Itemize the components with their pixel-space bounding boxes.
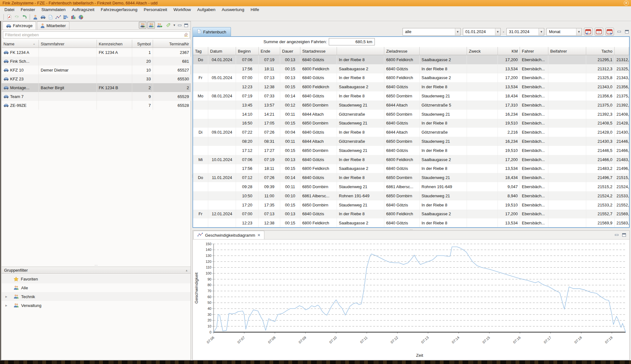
gruppenfilter-item-favoriten[interactable]: Favoriten: [2, 274, 191, 283]
column-header-tacho[interactable]: Tacho: [586, 47, 615, 55]
date-from-field-input[interactable]: [463, 29, 495, 34]
filter-input[interactable]: [3, 32, 184, 37]
table-row[interactable]: KFZ 10Demer Dietmar1065527: [2, 66, 191, 74]
chevron-down-icon[interactable]: ▼: [455, 28, 460, 35]
trip-row[interactable]: 09:2809:3900:116850 DornbirnStaudenweg 2…: [193, 182, 629, 191]
scope-select[interactable]: alle▼: [403, 28, 461, 36]
column-header-Name[interactable]: Name▲: [2, 40, 39, 48]
trip-row[interactable]: 17:5618:1100:156800 FeldkirchSaalbaugass…: [193, 164, 629, 173]
menu-item-fahrzeugerfassung[interactable]: Fahrzeugerfassung: [97, 6, 140, 13]
menu-item-aufgaben[interactable]: Aufgaben: [194, 6, 219, 13]
trip-row[interactable]: 17:2017:3500:156850 DornbirnStaudenweg 2…: [193, 200, 629, 210]
column-header-start-ort[interactable]: Startadresse: [300, 47, 337, 55]
pie-chart-button[interactable]: [77, 14, 85, 20]
trip-row[interactable]: Do11.01.202407:1207:2600:146840 GötzisIn…: [193, 173, 629, 182]
column-header-dauer[interactable]: Dauer: [280, 47, 300, 55]
gruppenfilter-item-technik[interactable]: ▶Technik: [2, 292, 191, 301]
table-row[interactable]: Fink Sch...20681: [2, 57, 191, 66]
calendar-left-button[interactable]: [584, 28, 593, 36]
vehicles-button[interactable]: [39, 14, 47, 20]
speed-diagram-button[interactable]: [54, 14, 62, 20]
expand-icon[interactable]: ▶: [5, 295, 7, 298]
trip-row[interactable]: 14:1014:2100:116844 AltachGötznerstraße6…: [193, 110, 629, 119]
column-header-tag[interactable]: Tag: [193, 47, 208, 55]
maximize-icon[interactable]: [624, 29, 630, 34]
calendar-right-button[interactable]: [605, 28, 614, 36]
calendar-button[interactable]: [595, 28, 603, 36]
chevron-down-icon[interactable]: ▼: [495, 28, 500, 35]
trip-row[interactable]: 10:5011:0000:106861 Albersc...Rohnen 191…: [193, 191, 629, 200]
column-header-start-strasse[interactable]: [337, 47, 384, 55]
gantt-chart-button[interactable]: [62, 14, 69, 20]
gruppenfilter-item-verwaltung[interactable]: ▶Verwaltung: [2, 301, 191, 310]
eraser-icon[interactable]: [184, 32, 188, 38]
minimize-icon[interactable]: [614, 232, 619, 237]
gruppenfilter-item-alle[interactable]: Alle: [2, 283, 191, 292]
table-row[interactable]: FK 1234 AFK 1234 A12367: [2, 48, 191, 57]
column-header-km[interactable]: KM: [498, 47, 520, 55]
column-header-beifahrer[interactable]: Beifahrer: [548, 47, 586, 55]
table-row[interactable]: Team 7965529: [2, 92, 191, 101]
close-icon[interactable]: ✕: [624, 1, 629, 6]
tab-fahrzeuge[interactable]: Fahrzeuge: [3, 21, 36, 30]
column-header-zweck[interactable]: Zweck: [467, 47, 498, 55]
trip-row[interactable]: 08:2008:3100:116844 AltachGötznerstraße6…: [193, 137, 629, 146]
trip-row[interactable]: Fr12.01.202407:0007:1300:136840 GötzisIn…: [193, 210, 629, 219]
pdf-export-button[interactable]: [5, 14, 13, 20]
tab-mitarbeiter[interactable]: Mitarbeiter: [37, 21, 69, 30]
trip-row[interactable]: 12:2312:3800:156800 FeldkirchSaalbaugass…: [193, 218, 629, 228]
menu-item-datei[interactable]: Datei: [1, 6, 18, 13]
menu-item-workflow[interactable]: Workflow: [170, 6, 194, 13]
table-row[interactable]: KFZ 233365530: [2, 74, 191, 83]
gruppenfilter-header[interactable]: Gruppenfilter ▲: [2, 267, 191, 274]
maximize-icon[interactable]: [621, 232, 627, 237]
trip-row[interactable]: 13:4513:5700:126850 DornbirnStaudenweg 2…: [193, 101, 629, 110]
column-header-beginn[interactable]: Beginn: [236, 47, 259, 55]
maximize-icon[interactable]: [183, 23, 189, 28]
column-header-ende[interactable]: Ende: [259, 47, 280, 55]
column-header-fahrer[interactable]: Fahrer: [520, 47, 548, 55]
range-type-select[interactable]: Monat▼: [546, 28, 582, 36]
bar-chart-button[interactable]: [69, 14, 77, 20]
trip-row[interactable]: Mo08.01.202407:1907:3300:146840 GötzisIn…: [193, 91, 629, 101]
column-header-Kennzeichen[interactable]: Kennzeichen: [97, 40, 132, 48]
tag-button[interactable]: [164, 22, 172, 29]
column-header-datum[interactable]: Datum: [208, 47, 236, 55]
group-terminal-button[interactable]: [139, 22, 146, 29]
trip-row[interactable]: 12:2312:3800:156800 FeldkirchSaalbaugass…: [193, 82, 629, 91]
trip-row[interactable]: Mi10.01.202407:0607:1900:136840 GötzisIn…: [193, 155, 629, 164]
close-tab-icon[interactable]: ✕: [257, 233, 260, 237]
column-header-ziel-ort[interactable]: Zieladresse: [384, 47, 420, 55]
employees-button[interactable]: [32, 14, 39, 20]
trip-row[interactable]: 17:1217:2700:156850 DornbirnStaudenweg 2…: [193, 146, 629, 155]
table-row[interactable]: ZE-99ZE765528: [2, 101, 191, 110]
logbook-button[interactable]: [47, 14, 54, 20]
trip-row[interactable]: Fr05.01.202407:0007:1300:136840 GötzisIn…: [193, 73, 629, 83]
column-header-Symbol[interactable]: Symbol: [132, 40, 153, 48]
chevron-down-icon[interactable]: ▼: [173, 24, 176, 27]
date-to-field-input[interactable]: [507, 29, 539, 34]
menu-item-personalzeit[interactable]: Personalzeit: [140, 6, 170, 13]
expand-icon[interactable]: ▶: [5, 304, 7, 307]
group-active-button[interactable]: [147, 22, 155, 29]
chevron-down-icon[interactable]: ▼: [539, 28, 544, 35]
menu-item-fenster[interactable]: Fenster: [18, 6, 38, 13]
group-splitter[interactable]: ···: [2, 264, 191, 267]
column-header-Stammfahrer[interactable]: Stammfahrer: [39, 40, 97, 48]
column-header-ziel-strasse[interactable]: [420, 47, 467, 55]
trip-row[interactable]: 17:5618:1100:156800 FeldkirchSaalbaugass…: [193, 64, 629, 73]
column-header-TerminalNr[interactable]: TerminalNr: [153, 40, 191, 48]
collapse-icon[interactable]: ▲: [185, 269, 188, 272]
minimize-icon[interactable]: [177, 23, 182, 28]
tab-speed-diagram[interactable]: Geschwindigkeitsdiagramm ✕: [193, 231, 264, 239]
menu-item-stammdaten[interactable]: Stammdaten: [38, 6, 69, 13]
group-add-button[interactable]: [156, 22, 163, 29]
date-to-field[interactable]: ▼: [506, 28, 544, 36]
trip-row[interactable]: Di09.01.202407:2207:2600:046840 GötzisIn…: [193, 128, 629, 137]
tab-fahrtenbuch[interactable]: Fahrtenbuch: [192, 27, 231, 36]
chart-splitter[interactable]: ···: [192, 228, 630, 230]
chevron-down-icon[interactable]: ▼: [576, 28, 581, 35]
menu-item-auswertung[interactable]: Auswertung: [219, 6, 247, 13]
trip-row[interactable]: 16:5017:0500:156850 DornbirnStaudenweg 2…: [193, 119, 629, 128]
menu-item-hilfe[interactable]: Hilfe: [247, 6, 262, 13]
